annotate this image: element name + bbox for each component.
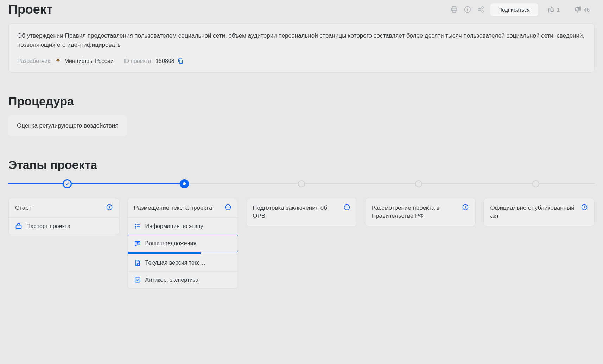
chat-icon <box>134 240 141 247</box>
project-description: Об утверждении Правил предоставления пол… <box>17 31 586 50</box>
like-button[interactable]: 1 <box>543 2 565 17</box>
edit-icon <box>134 277 141 284</box>
svg-point-19 <box>228 206 228 206</box>
project-info-card: Об утверждении Правил предоставления пол… <box>8 23 595 73</box>
stage-info-icon[interactable] <box>224 204 231 211</box>
svg-rect-16 <box>16 225 21 229</box>
stage-card-orv: Подготовка заключения об ОРВ <box>246 198 357 227</box>
stages-heading: Этапы проекта <box>8 158 595 172</box>
info-icon[interactable] <box>463 5 472 14</box>
procedure-heading: Процедура <box>8 95 595 108</box>
page-title: Проект <box>8 2 53 17</box>
list-icon <box>134 223 141 230</box>
stage-item-info[interactable]: Информация по этапу <box>128 218 238 235</box>
procedure-tag: Оценка регулирующего воздействия <box>8 115 127 136</box>
svg-point-37 <box>465 206 466 206</box>
stage-title: Официально опубликованный акт <box>490 204 577 221</box>
stage-info-icon[interactable] <box>106 204 113 211</box>
stage-title: Старт <box>15 204 31 212</box>
stage-title: Подготовка заключения об ОРВ <box>253 204 340 221</box>
timeline-node-future <box>298 180 305 187</box>
svg-point-15 <box>109 206 109 206</box>
stage-card-government: Рассмотрение проекта в Правительстве РФ <box>365 198 476 227</box>
svg-point-34 <box>347 206 347 206</box>
svg-rect-12 <box>179 60 182 64</box>
copy-id-icon[interactable] <box>177 58 184 64</box>
svg-point-40 <box>584 206 585 206</box>
stage-card-published: Официально опубликованный акт <box>483 198 595 227</box>
stage-item-suggestions[interactable]: Ваши предложения <box>127 235 239 252</box>
stage-card-start: Старт Паспорт проекта <box>8 198 120 235</box>
svg-line-10 <box>480 10 482 11</box>
share-icon[interactable] <box>477 5 485 14</box>
dislike-button[interactable]: 46 <box>570 2 595 17</box>
svg-point-25 <box>135 228 136 229</box>
timeline-node-future <box>532 180 539 187</box>
stage-item-anticorruption[interactable]: Антикор. экспертиза <box>128 271 238 288</box>
svg-point-5 <box>468 8 468 8</box>
stage-title: Размещение текста проекта <box>134 204 212 212</box>
briefcase-icon <box>15 223 22 230</box>
thumbs-down-icon <box>575 6 582 13</box>
developer-meta: Разработчик: Минцифры России <box>17 58 114 65</box>
stage-item-passport[interactable]: Паспорт проекта <box>9 218 119 235</box>
stage-title: Рассмотрение проекта в Правительстве РФ <box>372 204 459 221</box>
stage-card-text-placement: Размещение текста проекта Информация по … <box>127 198 239 289</box>
svg-point-23 <box>135 225 136 225</box>
stage-info-icon[interactable] <box>462 204 469 211</box>
print-icon[interactable] <box>450 5 458 14</box>
dislike-count: 46 <box>584 7 590 13</box>
stage-info-icon[interactable] <box>581 204 588 211</box>
timeline-node-done <box>63 179 72 188</box>
svg-point-11 <box>57 60 58 61</box>
stage-info-icon[interactable] <box>343 204 350 211</box>
thumbs-up-icon <box>548 6 555 13</box>
emblem-icon <box>55 58 62 65</box>
svg-point-24 <box>135 226 136 227</box>
timeline <box>8 179 595 189</box>
stage-item-current-text[interactable]: Текущая версия текс… <box>128 254 238 271</box>
like-count: 1 <box>557 7 560 13</box>
timeline-node-future <box>415 180 422 187</box>
svg-line-9 <box>480 8 482 9</box>
timeline-node-current <box>180 179 189 188</box>
project-id-meta: ID проекта: 150808 <box>123 58 184 64</box>
header-actions: Подписаться 1 46 <box>450 2 595 17</box>
subscribe-button[interactable]: Подписаться <box>490 3 538 17</box>
document-icon <box>134 259 141 266</box>
